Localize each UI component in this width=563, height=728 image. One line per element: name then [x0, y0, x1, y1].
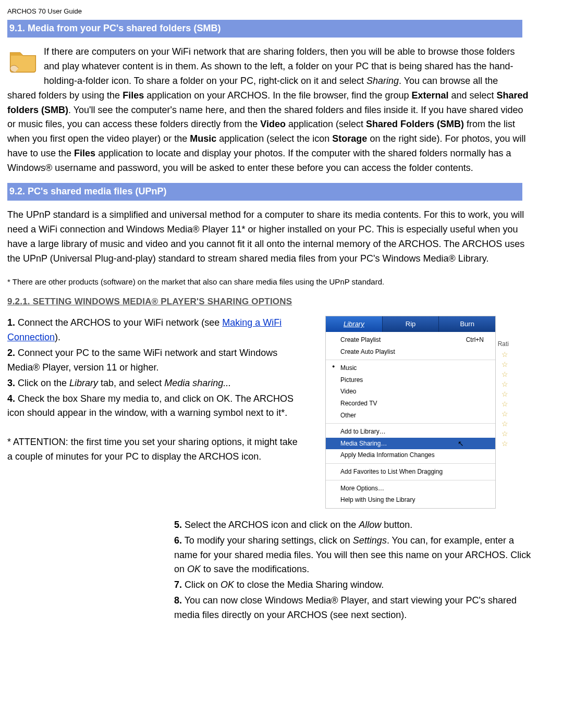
- step-6-text: To modify your sharing settings, click o…: [182, 535, 353, 546]
- wmp-pictures[interactable]: Pictures: [326, 374, 495, 386]
- section-9-2-1-title: 9.2.1. SETTING WINDOWS MEDIA® PLAYER'S S…: [7, 295, 559, 309]
- step-6-italic1: Settings: [353, 535, 387, 546]
- wmp-other[interactable]: Other: [326, 410, 495, 422]
- step-6-num: 6.: [174, 535, 182, 546]
- step-3-italic2: Media sharing...: [164, 378, 231, 388]
- rating-column-label: Rati: [498, 339, 509, 349]
- wmp-more-options[interactable]: More Options…: [326, 483, 495, 495]
- section-9-1-body: If there are computers on your WiFi netw…: [7, 45, 529, 176]
- text-bold: External: [411, 90, 448, 101]
- wmp-media-sharing[interactable]: Media Sharing… ↖: [326, 438, 495, 450]
- section-9-2-title: 9.2. PC's shared media files (UPnP): [7, 183, 522, 201]
- page-header: ARCHOS 70 User Guide: [7, 6, 559, 17]
- star-icon: ☆☆☆☆☆☆☆☆☆☆: [501, 350, 508, 449]
- text-bold: Storage: [332, 133, 367, 144]
- step-1-num: 1.: [7, 317, 15, 328]
- wmp-tab-rip[interactable]: Rip: [383, 316, 439, 332]
- wmp-create-auto-playlist[interactable]: Create Auto Playlist: [326, 346, 495, 358]
- text: application (select: [286, 119, 366, 129]
- wmp-music[interactable]: Music: [326, 362, 495, 374]
- steps-lower: 5. Select the ARCHOS icon and click on t…: [174, 518, 539, 623]
- text-bold: Files: [74, 148, 95, 158]
- step-3-text: Click on the: [15, 378, 69, 388]
- step-7-text2: to close the Media Sharing window.: [234, 579, 384, 590]
- text-bold: Music: [190, 133, 216, 144]
- wmp-apply-media-info[interactable]: Apply Media Information Changes: [326, 449, 495, 461]
- shared-folder-icon: [7, 45, 39, 81]
- step-2-text: Connect your PC to the same WiFi network…: [7, 348, 277, 373]
- step-8-num: 8.: [174, 595, 182, 606]
- step-7-num: 7.: [174, 579, 182, 590]
- step-6-italic2: OK: [187, 564, 201, 574]
- step-7-text: Click on: [182, 579, 221, 590]
- step-5-text: Select the ARCHOS icon and click on the: [182, 520, 359, 530]
- step-3-italic1: Library: [69, 378, 98, 388]
- step-3-text2: tab, and select: [98, 378, 164, 388]
- text: and select: [449, 90, 497, 101]
- steps-left: 1. Connect the ARCHOS to your WiFi netwo…: [7, 316, 299, 465]
- wmp-screenshot: Library Rip Burn Create Playlist Ctrl+N …: [310, 316, 497, 509]
- label: Media Sharing…: [340, 440, 387, 447]
- text-bold: Shared Folders (SMB): [366, 119, 464, 129]
- wmp-recorded-tv[interactable]: Recorded TV: [326, 398, 495, 410]
- text: application on your ARCHOS. In the file …: [144, 90, 411, 101]
- wmp-add-favorites[interactable]: Add Favorites to List When Dragging: [326, 466, 495, 478]
- text: application (select the icon: [216, 133, 332, 144]
- label: Create Playlist: [340, 336, 381, 343]
- text-bold: Files: [123, 90, 144, 101]
- step-1-text: Connect the ARCHOS to your WiFi network …: [15, 317, 222, 328]
- section-9-2-body: The UPnP standard is a simplified and un…: [7, 208, 529, 266]
- section-9-2-footnote: * There are other products (software) on…: [7, 276, 529, 288]
- shortcut: Ctrl+N: [466, 335, 484, 345]
- step-5-italic: Allow: [359, 520, 381, 530]
- wmp-tab-burn[interactable]: Burn: [439, 316, 495, 332]
- attention-note: * ATTENTION: the first time you set your…: [7, 435, 299, 464]
- wmp-add-to-library[interactable]: Add to Library…: [326, 426, 495, 438]
- step-5-num: 5.: [174, 520, 182, 530]
- step-6-text3: to save the modifications.: [201, 564, 309, 574]
- step-1-text2: ).: [55, 332, 60, 342]
- step-5-text2: button.: [381, 520, 412, 530]
- step-4-num: 4.: [7, 393, 15, 404]
- step-4-text: Check the box Share my media to, and cli…: [7, 393, 293, 418]
- step-8-text: You can now close Windows Media® Player,…: [174, 595, 517, 620]
- wmp-create-playlist[interactable]: Create Playlist Ctrl+N: [326, 334, 495, 346]
- step-7-italic: OK: [221, 579, 234, 590]
- wmp-tab-library[interactable]: Library: [326, 316, 383, 332]
- text-bold: Video: [260, 119, 286, 129]
- wmp-video[interactable]: Video: [326, 386, 495, 398]
- wmp-help[interactable]: Help with Using the Library: [326, 494, 495, 506]
- cursor-icon: ↖: [458, 438, 464, 450]
- step-3-num: 3.: [7, 378, 15, 388]
- text-italic: Sharing: [366, 76, 399, 86]
- section-9-1-title: 9.1. Media from your PC's shared folders…: [7, 20, 522, 38]
- step-2-num: 2.: [7, 348, 15, 358]
